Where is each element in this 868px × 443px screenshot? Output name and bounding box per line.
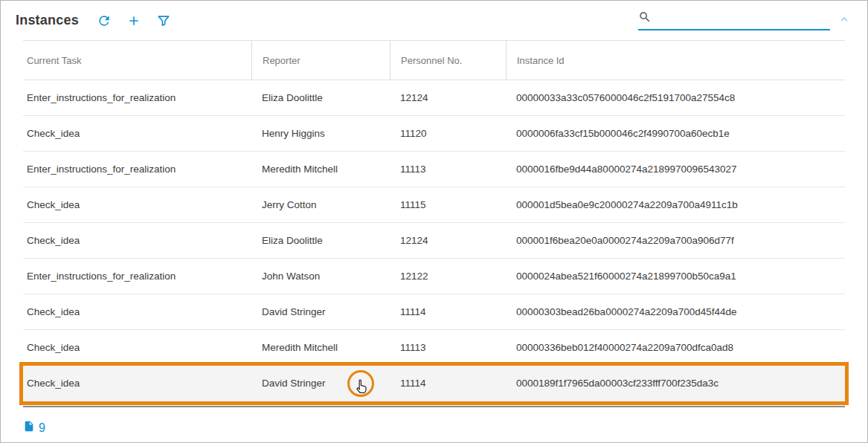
- toolbar: Instances: [1, 1, 867, 40]
- add-button[interactable]: [126, 13, 141, 28]
- cell-personnel-no: 11120: [390, 128, 506, 139]
- cell-current-task: Check_idea: [23, 378, 251, 389]
- cell-personnel-no: 11113: [390, 164, 506, 175]
- collapse-panel-button[interactable]: [830, 13, 851, 28]
- cell-current-task: Enter_instructions_for_realization: [23, 164, 251, 175]
- table-row-highlighted[interactable]: Check_idea David Stringer 11114 0000189f…: [23, 366, 845, 401]
- cell-instance-id: 00000336beb012f40000274a2209a700dfca0ad8: [506, 342, 845, 353]
- table-row[interactable]: Enter_instructions_for_realization John …: [23, 259, 845, 294]
- cell-instance-id: 00000033a33c0576000046c2f5191700a27554c8: [506, 92, 845, 103]
- chevron-up-icon: [838, 17, 851, 28]
- cell-personnel-no: 12124: [390, 92, 506, 103]
- cell-reporter: John Watson: [251, 271, 390, 282]
- cell-instance-id: 0000024abea521f60000274a21899700b50ca9a1: [506, 271, 845, 282]
- cell-current-task: Check_idea: [23, 128, 251, 139]
- cell-reporter: Jerry Cotton: [251, 199, 390, 210]
- page-title: Instances: [16, 13, 79, 28]
- search-input[interactable]: [656, 12, 830, 27]
- table-row[interactable]: Check_idea Jerry Cotton 11115 000001d5be…: [23, 187, 845, 223]
- table-row[interactable]: Check_idea Henry Higgins 11120 0000006fa…: [23, 116, 845, 152]
- refresh-button[interactable]: [97, 13, 112, 28]
- cell-reporter: Eliza Doolittle: [251, 235, 390, 246]
- table-row[interactable]: Enter_instructions_for_realization Mered…: [23, 152, 845, 187]
- cell-current-task: Check_idea: [23, 235, 251, 246]
- cell-reporter: David Stringer: [251, 378, 390, 389]
- table-row[interactable]: Check_idea Meredith Mitchell 11113 00000…: [23, 330, 845, 366]
- instances-table: Current Task Reporter Personnel No. Inst…: [23, 40, 845, 407]
- column-header-current-task: Current Task: [23, 41, 251, 80]
- cell-personnel-no: 11114: [390, 306, 506, 317]
- cell-instance-id: 00000303bead26ba0000274a2209a700d45f44de: [506, 306, 845, 317]
- cell-personnel-no: 12122: [390, 271, 506, 282]
- cell-instance-id: 000001d5bea0e9c20000274a2209a700a4911c1b: [506, 199, 845, 210]
- footer: 9: [1, 407, 867, 436]
- cell-personnel-no: 11113: [390, 342, 506, 353]
- table-row[interactable]: Check_idea Eliza Doolittle 12124 000001f…: [23, 223, 845, 259]
- cell-current-task: Enter_instructions_for_realization: [23, 92, 251, 103]
- table-header: Current Task Reporter Personnel No. Inst…: [23, 40, 845, 80]
- cell-instance-id: 0000016fbe9d44a80000274a2189970096543027: [506, 164, 845, 175]
- column-header-personnel-no: Personnel No.: [390, 41, 506, 80]
- search-icon: [638, 10, 656, 27]
- column-header-instance-id: Instance Id: [506, 41, 845, 80]
- column-header-reporter: Reporter: [251, 41, 390, 80]
- cell-personnel-no: 11115: [390, 199, 506, 210]
- filter-button[interactable]: [156, 13, 171, 28]
- cell-personnel-no: 11114: [390, 378, 506, 389]
- cell-reporter: David Stringer: [251, 306, 390, 317]
- instance-count: 9: [39, 421, 45, 435]
- cell-current-task: Enter_instructions_for_realization: [23, 271, 251, 282]
- cell-current-task: Check_idea: [23, 342, 251, 353]
- instances-page: Instances: [0, 0, 868, 443]
- cell-instance-id: 0000006fa33cf15b000046c2f4990700a60ecb1e: [506, 128, 845, 139]
- cell-reporter: Meredith Mitchell: [251, 164, 390, 175]
- cell-current-task: Check_idea: [23, 199, 251, 210]
- table-row[interactable]: Enter_instructions_for_realization Eliza…: [23, 80, 845, 116]
- document-count-icon: [23, 419, 35, 436]
- search-field: [638, 10, 830, 30]
- cell-current-task: Check_idea: [23, 306, 251, 317]
- plus-icon: [126, 13, 141, 28]
- table-row[interactable]: Check_idea David Stringer 11114 00000303…: [23, 294, 845, 330]
- cell-instance-id: 0000189f1f7965da00003cf233fff700f235da3c: [506, 378, 845, 389]
- cell-personnel-no: 12124: [390, 235, 506, 246]
- filter-icon: [156, 13, 171, 28]
- cell-reporter: Henry Higgins: [251, 128, 390, 139]
- refresh-icon: [97, 13, 112, 28]
- cell-reporter: Meredith Mitchell: [251, 342, 390, 353]
- cell-reporter: Eliza Doolittle: [251, 92, 390, 103]
- cell-instance-id: 000001f6bea20e0a0000274a2209a700a906d77f: [506, 235, 845, 246]
